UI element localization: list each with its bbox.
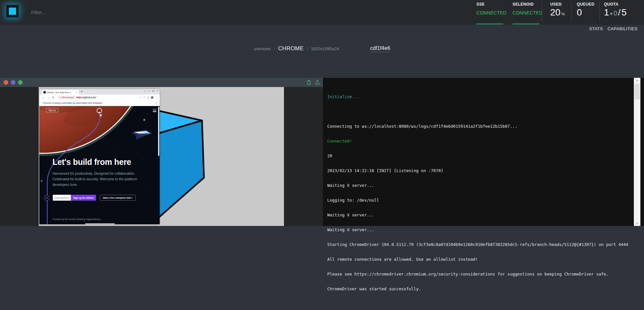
selenoid-logo-icon[interactable] <box>6 5 19 18</box>
hero-paragraph: Harnessed for productivity. Designed for… <box>52 171 137 188</box>
back-icon[interactable]: ← <box>42 96 45 99</box>
github-page: Sign up Let's build from here Harnessed … <box>39 106 160 224</box>
session-log-panel: Initialize... Connecting to ws://localho… <box>323 78 644 226</box>
forward-icon[interactable]: → <box>47 96 50 99</box>
url-text: ://github.com <box>82 96 96 99</box>
trusted-by-text: Trusted by the world's leading organizat… <box>52 218 102 221</box>
automation-info-bar: Chrome is being controlled by automated … <box>39 100 160 106</box>
session-browser-name: CHROME <box>278 45 304 52</box>
used-unit: % <box>561 11 565 16</box>
url-field[interactable]: ⚠ Not secure | https ://github.com <box>57 96 98 100</box>
session-id-link[interactable]: cdf1f4e6 <box>370 45 390 52</box>
tab-close-icon[interactable]: × <box>76 91 77 94</box>
scroll-down-icon[interactable]: ▼ <box>634 222 640 225</box>
window-maximize-icon[interactable]: ▢ <box>152 89 155 92</box>
log-scrollbar[interactable]: ▲ ▼ <box>634 78 640 226</box>
profile-avatar[interactable] <box>151 96 153 99</box>
window-close-icon[interactable]: × <box>156 89 158 92</box>
vnc-screen[interactable]: GitHub: Let's build from h × + ⌄ — ▢ × ←… <box>39 87 284 226</box>
traffic-light-green-icon[interactable] <box>18 80 23 85</box>
separator <box>571 3 572 22</box>
page-scrollbar-thumb[interactable] <box>158 107 159 156</box>
top-bar: SSE CONNECTED SELENOID CONNECTED USED 20… <box>0 0 644 25</box>
new-tab-icon[interactable]: + <box>81 89 83 93</box>
browser-address-bar: ← → ↻ ⚠ Not secure | https ://github.com… <box>39 95 160 100</box>
clipboard-icon[interactable] <box>306 80 312 85</box>
window-minimize-icon[interactable]: — <box>148 89 150 92</box>
scroll-up-icon[interactable]: ▲ <box>634 79 640 81</box>
filter-input[interactable] <box>31 6 136 18</box>
session-quota-name: unknown <box>254 46 271 51</box>
browser-tab-strip: GitHub: Let's build from h × + ⌄ — ▢ × <box>39 89 160 95</box>
session-separator: / <box>307 46 308 52</box>
separator <box>599 3 600 22</box>
window-menu-icon[interactable]: ⌄ <box>143 89 146 92</box>
log-line <box>327 301 632 306</box>
log-line <box>327 109 632 114</box>
traffic-light-red-icon[interactable] <box>4 80 8 85</box>
code-bracket-icon: <> <box>44 195 50 201</box>
quota-stat: QUOTA 1+0/5 <box>604 2 627 18</box>
log-line: 2023/02/13 14:32:16 [INIT] [Listening on… <box>327 168 632 173</box>
used-stat: USED 20% <box>550 2 565 18</box>
url-divider: | <box>75 96 75 99</box>
quota-current: 1 <box>604 7 609 17</box>
share-icon[interactable]: < <box>140 96 141 99</box>
quota-pending: 0 <box>614 10 617 17</box>
github-signup-button[interactable]: Sign up <box>46 108 58 112</box>
hero-paragraph-line: Harnessed for productivity. Designed for… <box>52 171 137 176</box>
upload-icon[interactable] <box>315 80 320 85</box>
queued-stat: QUEUED 0 <box>577 2 594 18</box>
vnc-panel: GitHub: Let's build from h × + ⌄ — ▢ × ←… <box>0 78 323 226</box>
vnc-title-bar <box>0 78 323 87</box>
nav-capabilities-link[interactable]: CAPABILITIES <box>608 26 637 31</box>
sse-status: SSE CONNECTED <box>476 2 506 15</box>
quota-plus-sign: + <box>610 11 613 16</box>
quota-total: 5 <box>621 7 627 17</box>
hero-heading: Let's build from here <box>52 157 131 167</box>
used-value: 20 <box>550 7 560 17</box>
sse-value: CONNECTED <box>476 10 506 15</box>
log-output: Initialize... Connecting to ws://localho… <box>327 84 632 310</box>
used-label: USED <box>550 2 565 7</box>
infobar-close-icon[interactable]: × <box>155 101 157 104</box>
browser-tab[interactable]: GitHub: Let's build from h × <box>42 90 79 95</box>
selenoid-logo-inner-square <box>9 8 16 15</box>
log-line: Waiting X server... <box>327 227 632 232</box>
selenoid-ui-root: SSE CONNECTED SELENOID CONNECTED USED 20… <box>0 0 644 310</box>
github-logo-icon[interactable] <box>96 108 102 114</box>
github-favicon <box>43 91 46 94</box>
signup-for-github-button[interactable]: Sign up for GitHub <box>71 195 96 201</box>
queued-label: QUEUED <box>577 2 594 7</box>
nav-stats-link[interactable]: STATS <box>589 26 603 31</box>
reload-icon[interactable]: ↻ <box>52 96 55 99</box>
session-separator: / <box>274 46 275 52</box>
traffic-light-blue-icon[interactable] <box>11 80 15 85</box>
bookmark-star-icon[interactable]: ☆ <box>143 96 145 99</box>
side-panel-icon[interactable]: ▯ <box>148 96 149 99</box>
selenoid-status: SELENOID CONNECTED <box>513 2 542 15</box>
session-row[interactable]: unknown / CHROME / 1920x1080x24 cdf1f4e6 <box>0 43 644 55</box>
email-field[interactable] <box>53 195 71 201</box>
log-line: All remote connections are allowed. Use … <box>327 257 632 262</box>
log-line: Connected! <box>327 139 632 144</box>
enterprise-trial-button[interactable]: Start a free enterprise trial > <box>100 195 136 201</box>
log-line: Waiting X server... <box>327 212 632 217</box>
selenoid-value: CONNECTED <box>513 10 542 15</box>
log-line: Please see https://chromedriver.chromium… <box>327 272 632 277</box>
hamburger-menu-icon[interactable] <box>153 109 156 113</box>
selenoid-label: SELENOID <box>513 2 542 7</box>
quota-label: QUOTA <box>604 2 627 7</box>
sse-label: SSE <box>476 2 506 7</box>
hero-paragraph-line: developers love. <box>52 182 137 188</box>
quota-slash: / <box>618 8 620 17</box>
automation-info-text: Chrome is being controlled by automated … <box>43 101 103 104</box>
browser-menu-icon[interactable]: ⋮ <box>155 96 158 99</box>
scrollbar-thumb[interactable] <box>634 84 640 100</box>
queued-value: 0 <box>577 7 594 18</box>
log-line: 20 <box>327 153 632 158</box>
not-secure-text: Not secure <box>62 96 74 99</box>
separator <box>542 3 542 22</box>
url-https-struck: https <box>76 96 82 99</box>
session-screen-resolution: 1920x1080x24 <box>311 46 339 51</box>
